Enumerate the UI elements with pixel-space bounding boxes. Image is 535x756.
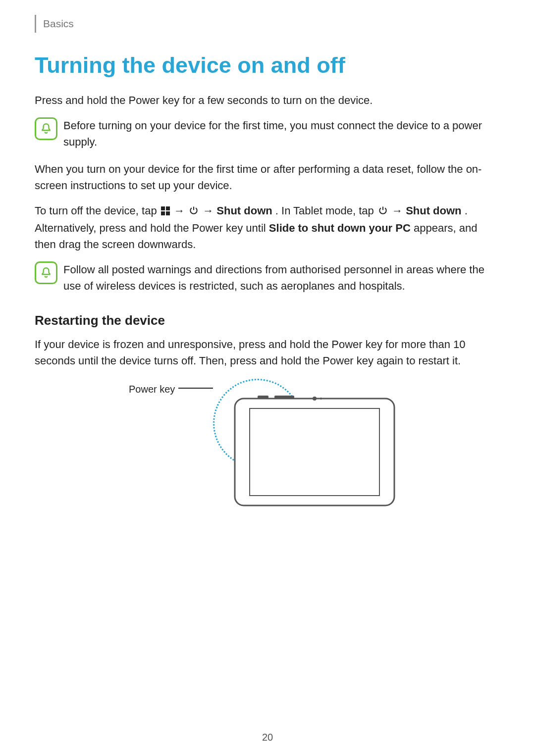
shutdown-bold-2: Shut down (406, 204, 461, 217)
svg-point-8 (313, 397, 317, 401)
svg-point-9 (320, 398, 322, 400)
restart-heading: Restarting the device (35, 313, 500, 328)
turnoff-mid1: . In Tablet mode, tap (275, 204, 377, 217)
note-icon-wrap (35, 117, 57, 140)
restart-body: If your device is frozen and unresponsiv… (35, 336, 500, 369)
note-icon-wrap (35, 261, 57, 284)
intro-paragraph: Press and hold the Power key for a few s… (35, 92, 500, 108)
header-section-text: Basics (43, 18, 74, 30)
slide-bold: Slide to shut down your PC (269, 222, 411, 234)
power-icon (378, 203, 388, 220)
start-icon (161, 203, 170, 220)
page-number: 20 (0, 732, 535, 743)
svg-rect-1 (166, 206, 170, 210)
page-container: Basics Turning the device on and off Pre… (0, 0, 535, 756)
note-restricted-areas: Follow all posted warnings and direction… (35, 261, 500, 294)
page-title: Turning the device on and off (35, 52, 500, 78)
running-header: Basics (35, 15, 500, 33)
header-divider (35, 15, 36, 33)
tablet-illustration (233, 394, 396, 507)
power-icon (189, 203, 199, 220)
power-key-label: Power key (129, 384, 175, 395)
arrow-text-1: → (174, 204, 188, 217)
turn-off-paragraph: To turn off the device, tap → → Shut dow… (35, 202, 500, 252)
first-time-paragraph: When you turn on your device for the fir… (35, 161, 500, 194)
svg-rect-6 (258, 396, 268, 399)
turnoff-pre: To turn off the device, tap (35, 204, 160, 217)
note-text: Follow all posted warnings and direction… (63, 261, 500, 294)
svg-rect-3 (166, 211, 170, 215)
note-power-supply: Before turning on your device for the fi… (35, 117, 500, 150)
svg-rect-0 (161, 206, 165, 210)
svg-rect-5 (250, 408, 379, 496)
svg-rect-2 (161, 211, 165, 215)
shutdown-bold-1: Shut down (216, 204, 272, 217)
bell-icon (35, 261, 57, 284)
arrow-text-3: → (392, 204, 406, 217)
arrow-text-2: → (203, 204, 216, 217)
note-text: Before turning on your device for the fi… (63, 117, 500, 150)
bell-icon (35, 117, 57, 140)
svg-rect-7 (274, 396, 294, 399)
callout-line (178, 388, 213, 389)
power-key-figure: Power key (129, 379, 406, 507)
